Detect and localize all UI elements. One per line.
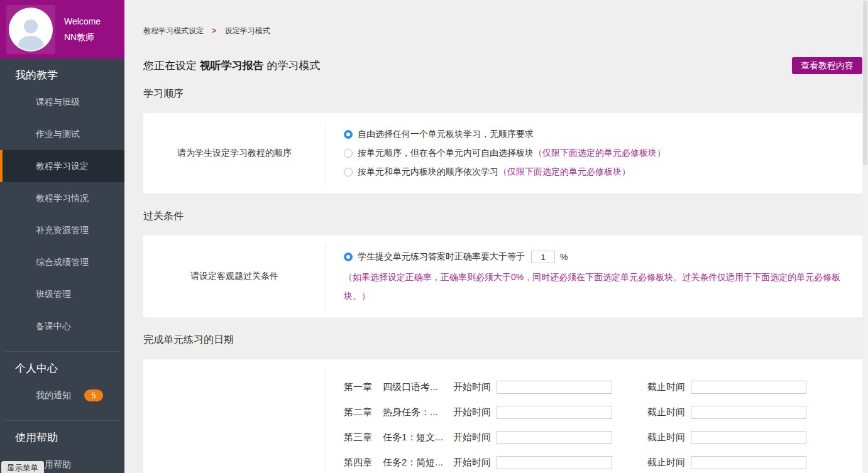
breadcrumb-current: 设定学习模式 — [225, 26, 270, 35]
start-time-input[interactable] — [497, 431, 612, 444]
unit-dates-panel: 第一章 四级口语考... 开始时间 截止时间 第二章 热身任务：... 开始时间… — [143, 359, 862, 473]
sidebar-item-class-management[interactable]: 班级管理 — [0, 278, 124, 310]
start-time-label: 开始时间 — [453, 381, 491, 393]
sidebar-item-courses-classes[interactable]: 课程与班级 — [0, 86, 124, 118]
end-time-label: 截止时间 — [647, 381, 685, 393]
unit-date-row: 第一章 四级口语考... 开始时间 截止时间 — [344, 374, 862, 400]
chapter-name: 任务1：短文... — [383, 432, 453, 443]
start-time-input[interactable] — [497, 381, 612, 394]
notification-badge: 5 — [84, 389, 103, 401]
end-time-input[interactable] — [691, 431, 806, 444]
chapter-name: 任务2：简短... — [383, 457, 453, 469]
chapter-number: 第四章 — [344, 457, 383, 469]
radio-unchecked-icon[interactable] — [344, 168, 353, 177]
order-option-strict-sequence[interactable]: 按单元和单元内板块的顺序依次学习 （仅限下面选定的单元必修板块） — [344, 163, 862, 182]
show-menu-tooltip[interactable]: 显示菜单 — [1, 461, 44, 473]
pass-condition-option[interactable]: 学生提交单元练习答案时正确率要大于等于 % — [344, 247, 862, 266]
sidebar: Welcome NN教师 我的教学 课程与班级 作业与测试 教程学习设定 教程学… — [0, 0, 124, 473]
chapter-number: 第一章 — [344, 381, 383, 393]
order-option-free-choice[interactable]: 自由选择任何一个单元板块学习，无顺序要求 — [344, 125, 862, 144]
option-label: 按单元和单元内板块的顺序依次学习 — [358, 166, 498, 178]
breadcrumb-parent[interactable]: 教程学习模式设定 — [143, 26, 204, 35]
section-title-pass-condition: 过关条件 — [143, 210, 862, 223]
sidebar-item-homework-tests[interactable]: 作业与测试 — [0, 118, 124, 150]
order-option-unit-sequence[interactable]: 按单元顺序，但在各个单元内可自由选择板块 （仅限下面选定的单元必修板块） — [344, 144, 862, 163]
option-label: 学生提交单元练习答案时正确率要大于等于 — [358, 251, 525, 263]
sidebar-item-my-notifications[interactable]: 我的通知 5 — [0, 379, 124, 411]
learning-order-options: 自由选择任何一个单元板块学习，无顺序要求 按单元顺序，但在各个单元内可自由选择板… — [326, 121, 862, 186]
unit-dates-rows: 第一章 四级口语考... 开始时间 截止时间 第二章 热身任务：... 开始时间… — [326, 367, 862, 473]
welcome-text: Welcome — [64, 14, 101, 30]
vertical-scrollbar[interactable] — [862, 0, 868, 473]
sidebar-nav: 我的教学 课程与班级 作业与测试 教程学习设定 教程学习情况 补充资源管理 综合… — [0, 58, 124, 473]
sidebar-item-label: 我的通知 — [36, 390, 71, 401]
view-course-content-button[interactable]: 查看教程内容 — [792, 57, 862, 74]
title-row: 您正在设定 视听学习报告 的学习模式 查看教程内容 — [143, 57, 862, 74]
option-note: （仅限下面选定的单元必修板块） — [498, 166, 630, 178]
radio-checked-icon[interactable] — [344, 253, 353, 261]
course-name: 视听学习报告 — [200, 60, 264, 72]
start-time-label: 开始时间 — [453, 457, 491, 469]
radio-checked-icon[interactable] — [344, 130, 353, 139]
nav-section-my-teaching: 我的教学 — [0, 58, 124, 86]
end-time-label: 截止时间 — [647, 457, 685, 469]
avatar[interactable] — [6, 5, 55, 54]
title-suffix: 的学习模式 — [264, 60, 321, 72]
chapter-number: 第三章 — [344, 432, 383, 443]
unit-date-row: 第三章 任务1：短文... 开始时间 截止时间 — [344, 425, 862, 450]
user-name: NN教师 — [64, 30, 101, 45]
chapter-number: 第二章 — [344, 406, 383, 418]
page-title: 您正在设定 视听学习报告 的学习模式 — [143, 58, 320, 73]
breadcrumb-separator-icon: > — [212, 26, 216, 35]
learning-order-label: 请为学生设定学习教程的顺序 — [143, 113, 326, 193]
welcome-block: Welcome NN教师 — [64, 14, 101, 45]
start-time-label: 开始时间 — [453, 406, 491, 418]
start-time-label: 开始时间 — [453, 432, 491, 443]
unit-date-row: 第二章 热身任务：... 开始时间 截止时间 — [344, 400, 862, 425]
section-title-learning-order: 学习顺序 — [143, 87, 862, 101]
option-label: 按单元顺序，但在各个单元内可自由选择板块 — [358, 148, 534, 159]
section-title-unit-dates: 完成单元练习的日期 — [143, 334, 862, 347]
sidebar-item-course-learning-settings[interactable]: 教程学习设定 — [0, 150, 124, 182]
main-content: 教程学习模式设定 > 设定学习模式 您正在设定 视听学习报告 的学习模式 查看教… — [124, 0, 868, 473]
end-time-input[interactable] — [691, 456, 806, 469]
nav-section-help: 使用帮助 — [0, 421, 124, 449]
avatar-person-icon — [9, 8, 53, 52]
percent-sign: % — [560, 252, 568, 262]
pass-condition-label: 请设定客观题过关条件 — [143, 236, 326, 317]
end-time-input[interactable] — [691, 381, 806, 394]
end-time-input[interactable] — [691, 406, 806, 419]
learning-order-panel: 请为学生设定学习教程的顺序 自由选择任何一个单元板块学习，无顺序要求 按单元顺序… — [143, 113, 862, 193]
unit-date-row: 第四章 任务2：简短... 开始时间 截止时间 — [344, 450, 862, 473]
pass-condition-body: 学生提交单元练习答案时正确率要大于等于 % （如果选择设定正确率，正确率则必须大… — [326, 243, 862, 310]
sidebar-item-comprehensive-grades[interactable]: 综合成绩管理 — [0, 246, 124, 278]
breadcrumb: 教程学习模式设定 > 设定学习模式 — [143, 0, 862, 36]
accuracy-threshold-input[interactable] — [531, 251, 555, 263]
pass-condition-panel: 请设定客观题过关条件 学生提交单元练习答案时正确率要大于等于 % （如果选择设定… — [143, 236, 862, 317]
profile-header: Welcome NN教师 — [0, 0, 124, 58]
title-prefix: 您正在设定 — [143, 60, 200, 72]
nav-section-personal-center: 个人中心 — [0, 352, 124, 379]
sidebar-item-lesson-prep-center[interactable]: 备课中心 — [0, 310, 124, 342]
chapter-name: 四级口语考... — [383, 381, 453, 393]
option-label: 自由选择任何一个单元板块学习，无顺序要求 — [358, 129, 534, 140]
pass-condition-note: （如果选择设定正确率，正确率则必须大于0%，同时还必须在下面选定单元必修板块。过… — [344, 268, 842, 305]
end-time-label: 截止时间 — [647, 432, 685, 443]
option-note: （仅限下面选定的单元必修板块） — [534, 148, 666, 159]
end-time-label: 截止时间 — [647, 406, 685, 418]
scrollbar-thumb[interactable] — [863, 1, 867, 165]
radio-unchecked-icon[interactable] — [344, 149, 353, 158]
start-time-input[interactable] — [497, 456, 612, 469]
start-time-input[interactable] — [497, 406, 612, 419]
sidebar-item-course-learning-status[interactable]: 教程学习情况 — [0, 182, 124, 214]
chapter-name: 热身任务：... — [383, 406, 453, 418]
sidebar-item-supplementary-resources[interactable]: 补充资源管理 — [0, 214, 124, 246]
